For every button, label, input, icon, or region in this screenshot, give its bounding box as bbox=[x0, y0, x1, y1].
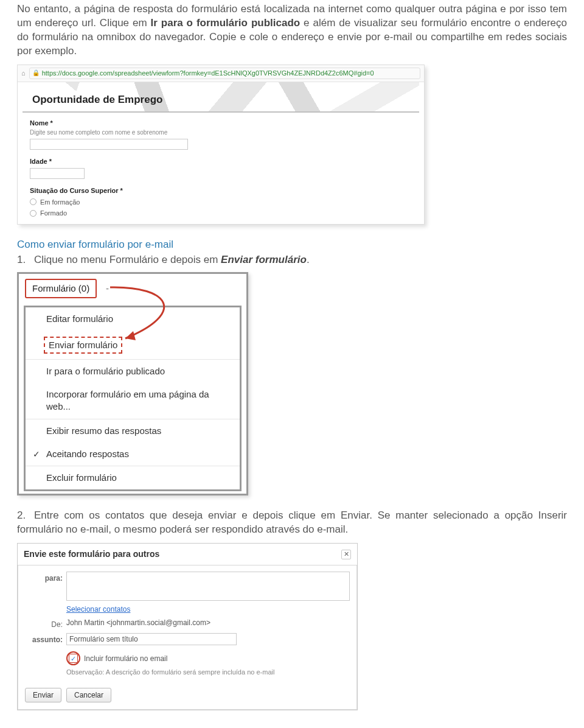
step-2-number: 2. bbox=[17, 509, 34, 523]
step-1-text-a: Clique no menu Formulário e depois em bbox=[34, 254, 221, 265]
menu-item-label: Aceitando respostas bbox=[46, 449, 129, 459]
step-1-number: 1. bbox=[17, 253, 34, 267]
radio-formado[interactable]: Formado bbox=[30, 209, 412, 218]
menu-item-aceitando[interactable]: ✓ Aceitando respostas bbox=[26, 443, 240, 466]
assunto-label: assunto: bbox=[25, 633, 66, 645]
form-preview-screenshot: ⌂ 🔒 https://docs.google.com/spreadsheet/… bbox=[17, 65, 425, 225]
highlight-circle-icon: ✓ bbox=[66, 651, 80, 665]
step-2: 2.Entre com os contatos que deseja envia… bbox=[17, 509, 567, 537]
step-1-bold-italic: Enviar formulário bbox=[221, 254, 307, 265]
menu-item-enviar[interactable]: Enviar formulário bbox=[26, 331, 240, 359]
menu-item-editar[interactable]: Editar formulário bbox=[26, 307, 240, 331]
radio-label: Em formação bbox=[40, 198, 80, 207]
intro-paragraph: No entanto, a página de resposta do form… bbox=[17, 2, 567, 58]
menu-item-excluir[interactable]: Excluir formulário bbox=[26, 466, 240, 489]
url-text: https://docs.google.com/spreadsheet/view… bbox=[42, 69, 374, 78]
idade-input[interactable] bbox=[30, 168, 85, 179]
intro-bold: Ir para o formulário publicado bbox=[151, 17, 301, 29]
lock-icon: 🔒 bbox=[32, 69, 40, 77]
menu-item-resumo[interactable]: Exibir resumo das respostas bbox=[26, 419, 240, 443]
nome-label: Nome * bbox=[30, 119, 412, 128]
menu-item-ir-publicado[interactable]: Ir para o formulário publicado bbox=[26, 359, 240, 383]
radio-em-formacao[interactable]: Em formação bbox=[30, 198, 412, 207]
step-1: 1.Clique no menu Formulário e depois em … bbox=[17, 253, 567, 267]
radio-icon bbox=[30, 198, 36, 205]
para-label: para: bbox=[25, 572, 66, 583]
dialog-title: Envie este formulário para outros bbox=[24, 548, 159, 560]
include-checkbox[interactable]: ✓ bbox=[69, 654, 78, 663]
cancelar-button[interactable]: Cancelar bbox=[66, 688, 111, 702]
situacao-label: Situação do Curso Superior * bbox=[30, 186, 412, 195]
highlight-box: Enviar formulário bbox=[44, 337, 122, 354]
url-box: 🔒 https://docs.google.com/spreadsheet/vi… bbox=[29, 68, 420, 79]
section-heading: Como enviar formulário por e-mail bbox=[17, 238, 567, 252]
para-input[interactable] bbox=[66, 572, 350, 601]
menu-tail: - bbox=[106, 282, 109, 295]
form-header-banner: Oportunidade de Emprego bbox=[23, 82, 419, 113]
de-label: De: bbox=[25, 618, 66, 629]
nome-hint: Digite seu nome completo com nome e sobr… bbox=[30, 128, 412, 137]
assunto-input[interactable] bbox=[66, 633, 237, 645]
observation-text: Observação: A descrição do formulário se… bbox=[66, 668, 350, 677]
menu-screenshot: Formulário (0) - Editar formulário Envia… bbox=[17, 272, 248, 495]
de-value: John Martin <johnmartin.social@gmail.com… bbox=[66, 618, 350, 628]
select-contacts-link[interactable]: Selecionar contatos bbox=[66, 605, 130, 614]
home-icon: ⌂ bbox=[21, 69, 26, 78]
radio-label: Formado bbox=[40, 209, 67, 218]
menu-item-incorporar[interactable]: Incorporar formulário em uma página da w… bbox=[26, 383, 240, 419]
browser-address-bar: ⌂ 🔒 https://docs.google.com/spreadsheet/… bbox=[18, 65, 424, 82]
nome-input[interactable] bbox=[30, 139, 188, 150]
radio-icon bbox=[30, 210, 36, 217]
form-title: Oportunidade de Emprego bbox=[32, 93, 162, 107]
close-icon[interactable]: ✕ bbox=[341, 550, 351, 559]
send-dialog-screenshot: Envie este formulário para outros ✕ para… bbox=[17, 543, 358, 710]
formulario-menu-button[interactable]: Formulário (0) bbox=[25, 279, 97, 298]
idade-label: Idade * bbox=[30, 157, 412, 166]
enviar-button[interactable]: Enviar bbox=[25, 688, 61, 702]
step-1-text-b: . bbox=[307, 254, 310, 265]
include-label: Incluir formulário no email bbox=[84, 654, 167, 663]
check-icon: ✓ bbox=[33, 449, 40, 460]
step-2-text: Entre com os contatos que deseja enviar … bbox=[17, 509, 567, 535]
